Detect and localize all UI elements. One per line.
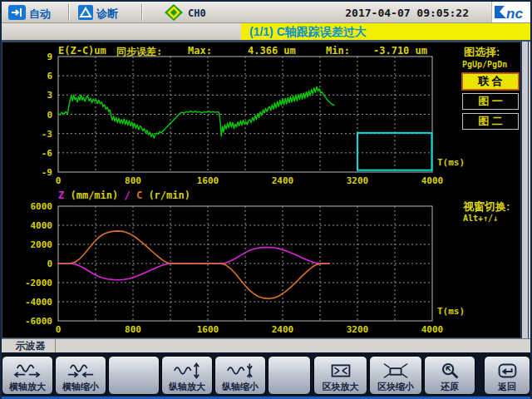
diagnosis-icon xyxy=(78,5,93,23)
v-axis-zoom-in-icon xyxy=(173,361,201,381)
chart2-title: Z (mm/min) / C (r/min) xyxy=(58,190,190,201)
svg-text:-9: -9 xyxy=(42,167,52,178)
chart-select-title: 图选择: xyxy=(464,45,500,60)
softkey-vzoom-in[interactable]: 纵轴放大 xyxy=(161,356,213,395)
softkey-bar: 横轴放大横轴缩小纵轴放大纵轴缩小区块放大区块缩小还原返回 xyxy=(0,352,532,399)
chart2-title-part: / xyxy=(124,190,135,201)
softkey-label: 返回 xyxy=(498,381,516,392)
softkey-label: 横轴缩小 xyxy=(62,381,99,392)
block-zoom-out-icon xyxy=(382,361,410,381)
svg-text:-3: -3 xyxy=(42,129,52,140)
alarm-message: (1/1) C轴跟踪误差过大 xyxy=(249,25,367,40)
channel-icon xyxy=(165,4,183,24)
chart2-title-part: (r/min) xyxy=(142,190,190,201)
right-edge-strip xyxy=(521,42,529,338)
window-switch-keys: Alt+↑/↓ xyxy=(463,214,498,223)
window-switch-title: 视窗切换: xyxy=(463,200,510,214)
window-frame xyxy=(0,0,2,399)
view-button-1[interactable]: 图 一 xyxy=(462,93,519,110)
window-frame xyxy=(0,0,532,2)
v-axis-zoom-out-icon xyxy=(226,361,254,381)
block-zoom-in-icon xyxy=(327,361,355,381)
softkey-block-out[interactable]: 区块缩小 xyxy=(369,356,422,395)
softkey-restore[interactable]: 还原 xyxy=(424,356,475,395)
softkey-blank xyxy=(268,356,311,395)
svg-text:800: 800 xyxy=(125,324,141,335)
svg-text:4000: 4000 xyxy=(421,175,444,186)
svg-text:1600: 1600 xyxy=(197,324,219,335)
svg-text:6000: 6000 xyxy=(31,201,53,212)
svg-text:4000: 4000 xyxy=(31,220,53,231)
axis-speed-chart[interactable]: 6000400020000-2000-4000-6000080016002400… xyxy=(13,203,472,337)
softkey-label: 还原 xyxy=(441,381,459,392)
svg-text:T(ms): T(ms) xyxy=(437,157,465,168)
svg-text:9: 9 xyxy=(47,52,52,62)
channel-label[interactable]: CH0 xyxy=(188,7,206,19)
hnc-logo: nc xyxy=(491,2,530,22)
auto-mode-button[interactable]: 自动 xyxy=(29,7,51,22)
svg-text:0: 0 xyxy=(56,324,62,335)
svg-text:2400: 2400 xyxy=(272,324,294,335)
svg-text:3: 3 xyxy=(47,90,52,101)
svg-text:1600: 1600 xyxy=(197,175,219,186)
alarm-row: (1/1) C轴跟踪误差过大 xyxy=(2,23,530,42)
alarm-banner: (1/1) C轴跟踪误差过大 xyxy=(241,23,530,40)
svg-text:2000: 2000 xyxy=(31,239,53,250)
svg-text:0: 0 xyxy=(47,259,52,269)
sync-error-chart[interactable]: 9630-3-6-908001600240032004000T(ms) xyxy=(13,50,472,188)
svg-text:-6000: -6000 xyxy=(25,316,52,327)
return-icon xyxy=(493,361,521,381)
svg-text:800: 800 xyxy=(125,175,141,186)
toolbar-separator xyxy=(141,4,142,21)
svg-text:6: 6 xyxy=(47,71,52,81)
softkey-label: 区块缩小 xyxy=(377,381,414,392)
restore-magnifier-icon xyxy=(436,361,464,381)
svg-text:4000: 4000 xyxy=(421,324,444,335)
chart2-title-part: (mm/min) xyxy=(64,190,124,201)
softkey-block-in[interactable]: 区块放大 xyxy=(313,356,367,395)
svg-text:3200: 3200 xyxy=(347,175,369,186)
softkey-label: 区块放大 xyxy=(323,381,359,392)
svg-text:T(ms): T(ms) xyxy=(437,306,465,317)
selection-rect xyxy=(357,133,431,170)
svg-text:2400: 2400 xyxy=(272,175,294,186)
softkey-hzoom-in[interactable]: 横轴放大 xyxy=(2,356,53,395)
svg-text:0: 0 xyxy=(47,110,52,121)
softkey-label: 纵轴放大 xyxy=(169,381,205,392)
view-button-2[interactable]: 图 二 xyxy=(462,113,519,130)
top-toolbar: 自动 诊断 CH0 2017-04-07 09:05:22 xyxy=(2,2,530,23)
chart-select-keys: PgUp/PgDn xyxy=(462,60,507,69)
softkey-blank xyxy=(108,356,160,395)
datetime: 2017-04-07 09:05:22 xyxy=(345,7,469,19)
view-button-group: 联 合图 一图 二 xyxy=(462,73,520,133)
view-button-0[interactable]: 联 合 xyxy=(462,73,519,90)
svg-text:0: 0 xyxy=(56,175,62,186)
tab-oscilloscope[interactable]: 示波器 xyxy=(6,339,56,353)
svg-text:nc: nc xyxy=(506,6,523,22)
softkey-back[interactable]: 返回 xyxy=(484,356,530,395)
svg-text:-6: -6 xyxy=(42,148,53,159)
softkey-hzoom-out[interactable]: 横轴缩小 xyxy=(55,356,106,395)
oscilloscope-screen: 自动 诊断 CH0 2017-04-07 09:05:22 nc (1/1) C… xyxy=(0,0,532,399)
diagnosis-button[interactable]: 诊断 xyxy=(96,7,118,22)
toolbar-separator xyxy=(68,4,69,21)
softkey-vzoom-out[interactable]: 纵轴缩小 xyxy=(214,356,266,395)
tab-bar: 示波器 xyxy=(2,338,530,352)
svg-text:-4000: -4000 xyxy=(25,297,52,308)
svg-text:-2000: -2000 xyxy=(25,278,52,288)
softkey-label: 横轴放大 xyxy=(9,381,46,392)
auto-mode-icon xyxy=(8,5,26,23)
h-axis-zoom-out-icon xyxy=(66,361,95,381)
svg-text:3200: 3200 xyxy=(347,324,369,335)
h-axis-zoom-in-icon xyxy=(13,361,42,381)
softkey-label: 纵轴缩小 xyxy=(222,381,259,392)
